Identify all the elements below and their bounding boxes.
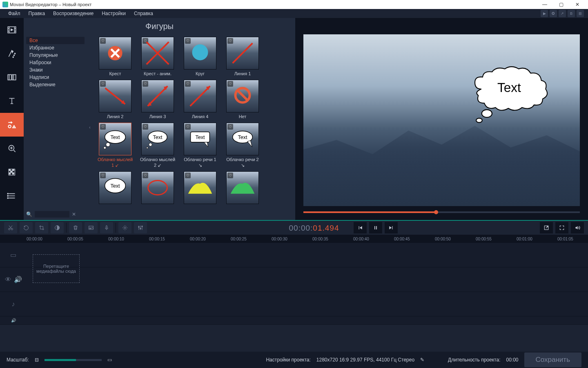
preview-viewport[interactable]: Text	[303, 34, 580, 206]
sidebar-transitions[interactable]	[0, 65, 24, 89]
pause-button[interactable]	[369, 222, 382, 233]
category-sketches[interactable]: Наброски	[26, 59, 85, 66]
zoom-slider[interactable]	[45, 359, 102, 361]
menu-edit[interactable]: Правка	[24, 11, 49, 16]
sidebar-shapes[interactable]	[0, 113, 24, 137]
shape-item[interactable]: ♡	[139, 171, 176, 206]
svg-point-2	[15, 53, 16, 54]
svg-point-18	[192, 45, 208, 61]
category-captions[interactable]: Надписи	[26, 74, 85, 81]
timeline-ruler[interactable]: 00:00:0000:00:0500:00:1000:00:1500:00:20…	[0, 235, 588, 243]
shape-item[interactable]: ♡Линия 1	[224, 37, 261, 76]
rotate-button[interactable]	[20, 222, 33, 233]
svg-text:Text: Text	[110, 135, 120, 140]
menu-file[interactable]: Файл	[4, 11, 24, 16]
search-icon: 🔍	[26, 211, 32, 217]
shape-label: Круг	[196, 71, 205, 76]
social-odnoklassniki-icon[interactable]: ✪	[550, 10, 557, 17]
shapes-panel: Фигуры Все Избранное Популярные Наброски…	[24, 18, 295, 220]
shape-item[interactable]: ♡TextОблачко речи 1 ↘	[182, 123, 218, 168]
sidebar-filters[interactable]	[0, 42, 24, 65]
shape-item[interactable]: ♡Круг	[182, 37, 218, 76]
shape-item[interactable]: ♡Нет	[224, 80, 261, 119]
shape-item[interactable]: ♡Линия 4	[182, 80, 218, 119]
thought-bubble-overlay[interactable]: Text	[466, 65, 552, 126]
ruler-tick: 00:00:55	[476, 237, 517, 241]
sidebar-titles[interactable]	[0, 89, 24, 113]
record-button[interactable]	[100, 222, 113, 233]
shape-item[interactable]: ♡Линия 3	[139, 80, 176, 119]
drop-zone[interactable]: Перетащите медиафайлы сюда	[33, 254, 80, 283]
collapse-handle[interactable]: ‹	[87, 34, 93, 220]
zoom-out-icon[interactable]: ⊟	[35, 357, 39, 363]
menu-playback[interactable]: Воспроизведение	[49, 11, 98, 16]
social-share-icon[interactable]: ↗	[559, 10, 566, 17]
category-fav[interactable]: Избранное	[26, 44, 85, 52]
shape-item[interactable]: ♡TextОблачко речи 2 ↘	[224, 123, 261, 168]
delete-button[interactable]	[69, 222, 82, 233]
svg-rect-10	[12, 169, 14, 171]
shape-item[interactable]: ♡	[182, 171, 218, 206]
shape-item[interactable]: ♡Text	[97, 171, 134, 206]
category-all[interactable]: Все	[26, 37, 85, 44]
timeline[interactable]: ▭ 👁 🔊 ♪ 🔊 Перетащите медиафайлы сюда	[0, 243, 588, 325]
minimize-button[interactable]: —	[537, 2, 553, 7]
category-highlight[interactable]: Выделение	[26, 81, 85, 88]
social-youtube-icon[interactable]: ▶	[541, 10, 548, 17]
shape-item[interactable]: ♡	[224, 171, 261, 206]
equalizer-button[interactable]	[134, 222, 147, 233]
ruler-tick: 00:01:05	[557, 237, 588, 241]
social-vk-icon[interactable]: В	[568, 10, 575, 17]
ruler-tick: 00:00:45	[394, 237, 435, 241]
ruler-tick: 00:00:15	[149, 237, 190, 241]
clip-settings-button[interactable]	[118, 222, 131, 233]
menu-settings[interactable]: Настройки	[98, 11, 130, 16]
shape-item[interactable]: ♡Крест	[97, 37, 134, 76]
maximize-button[interactable]: ▢	[553, 2, 569, 7]
track-music-head[interactable]: ♪	[0, 301, 27, 308]
track-extra-head[interactable]: 🔊	[0, 318, 27, 323]
sidebar-zoom[interactable]	[0, 137, 24, 160]
next-button[interactable]	[385, 222, 398, 233]
crop-button[interactable]	[35, 222, 48, 233]
sidebar-media[interactable]	[0, 18, 24, 42]
track-video-head[interactable]: ▭	[0, 251, 27, 259]
shape-item[interactable]: ♡TextОблачко мыслей 1 ↙	[97, 123, 134, 168]
save-button[interactable]: Сохранить	[524, 352, 581, 367]
shape-item[interactable]: ♡Линия 2	[97, 80, 134, 119]
shapes-grid: ♡Крест♡Крест - аним.♡Круг♡Линия 1♡Линия …	[93, 34, 295, 220]
track-audio-head[interactable]: 👁 🔊	[0, 276, 27, 283]
search-input[interactable]	[35, 211, 69, 218]
svg-rect-4	[8, 75, 11, 80]
category-popular[interactable]: Популярные	[26, 52, 85, 59]
ruler-tick: 00:00:00	[27, 237, 67, 241]
shape-item[interactable]: ♡Крест - аним.	[139, 37, 176, 76]
sidebar-more[interactable]	[0, 184, 24, 208]
fullscreen-button[interactable]	[555, 222, 568, 233]
edit-settings-icon[interactable]: ✎	[420, 357, 424, 363]
cut-button[interactable]	[4, 222, 17, 233]
zoom-fit-icon[interactable]: ▭	[107, 357, 112, 363]
shape-label: Облачко мыслей 1 ↙	[97, 157, 134, 168]
color-button[interactable]	[51, 222, 64, 233]
svg-rect-43	[106, 226, 107, 229]
close-button[interactable]: ✕	[569, 2, 586, 7]
shape-label: Облачко мыслей 2 ↙	[139, 157, 176, 168]
scrub-bar[interactable]	[303, 209, 580, 216]
clear-search-icon[interactable]: ✕	[72, 211, 76, 217]
window-title: Movavi Видеоредактор – Новый проект	[10, 2, 537, 7]
snapshot-button[interactable]	[85, 222, 98, 233]
prev-button[interactable]	[354, 222, 367, 233]
menu-help[interactable]: Справка	[130, 11, 157, 16]
svg-point-37	[476, 118, 482, 123]
shape-item[interactable]: ♡TextОблачко мыслей 2 ↙	[139, 123, 176, 168]
social-other-icon[interactable]: ⊞	[577, 10, 584, 17]
svg-text:Text: Text	[153, 135, 163, 140]
volume-button[interactable]	[571, 222, 584, 233]
sidebar-chroma[interactable]	[0, 160, 24, 184]
category-signs[interactable]: Знаки	[26, 66, 85, 74]
svg-rect-13	[12, 173, 14, 174]
scrub-handle[interactable]	[434, 210, 438, 214]
popout-button[interactable]	[540, 222, 553, 233]
film-icon: ▭	[10, 251, 16, 259]
